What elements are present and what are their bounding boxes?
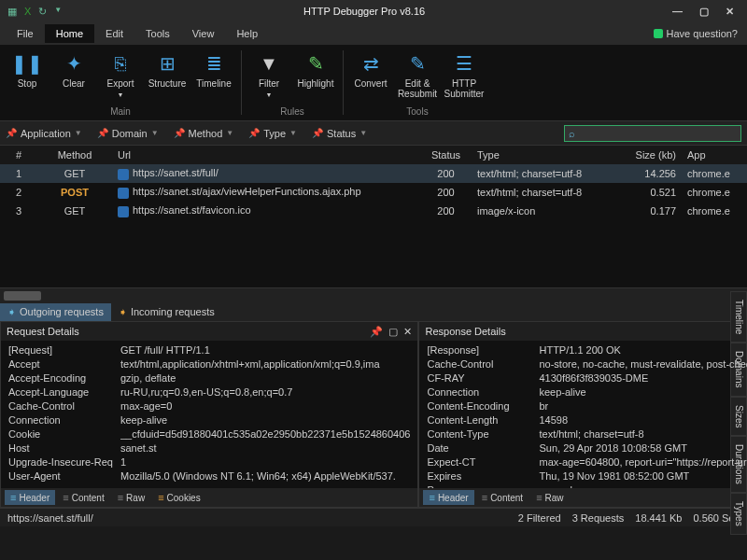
filter-application[interactable]: 📌Application▼ [6,128,82,139]
arrow-icon: ➧ [7,306,16,318]
header-row[interactable]: ExpiresThu, 19 Nov 1981 08:52:00 GMT [427,470,747,484]
subtab-raw[interactable]: ≡Raw [112,490,150,505]
edit-resubmit-button[interactable]: ✎Edit & Resubmit [396,49,439,101]
pane-title: Request Details [7,326,370,337]
grid-row[interactable]: 3GEThttps://sanet.st/favicon.ico200image… [0,202,747,220]
subtab-header[interactable]: ≡Header [423,490,473,505]
menu-tools[interactable]: Tools [134,24,181,43]
header-row[interactable]: Content-Typetext/html; charset=utf-8 [427,428,747,442]
ribbon-group-tools: ⇄Convert✎Edit & Resubmit☰HTTP Submitter … [344,45,491,120]
header-row[interactable]: [Response]HTTP/1.1 200 OK [427,344,747,358]
stop-button[interactable]: ❚❚Stop [6,49,49,91]
http-submitter-button[interactable]: ☰HTTP Submitter [443,49,486,101]
close-pane-icon[interactable]: ✕ [403,326,412,338]
header-row[interactable]: User-AgentMozilla/5.0 (Windows NT 6.1; W… [8,470,410,484]
titlebar: ▦ X ↻ ▼ HTTP Debugger Pro v8.16 — ▢ ✕ [0,0,747,22]
header-row[interactable]: Connectionkeep-alive [8,414,410,428]
structure-button[interactable]: ⊞Structure [146,49,189,91]
highlight-button[interactable]: ✎Highlight [294,49,337,91]
tab-incoming[interactable]: ➧Incoming requests [111,303,222,321]
tab-outgoing[interactable]: ➧Outgoing requests [0,303,111,321]
subtab-cookies[interactable]: ≡Cookies [152,490,206,505]
menubar: FileHomeEditToolsViewHelp Have question? [0,22,747,45]
menu-edit[interactable]: Edit [94,24,134,43]
menu-help[interactable]: Help [225,24,269,43]
qat-dropdown-icon[interactable]: ▼ [54,6,62,18]
filter-method[interactable]: 📌Method▼ [174,128,234,139]
filter-type[interactable]: 📌Type▼ [248,128,297,139]
clear-button[interactable]: ✦Clear [52,49,95,91]
subtab-raw[interactable]: ≡Raw [530,490,569,505]
header-row[interactable]: DateSun, 29 Apr 2018 10:08:58 GMT [427,442,747,456]
response-details-pane: Response Details📌▢✕ [Response]HTTP/1.1 2… [418,321,747,508]
menu-file[interactable]: File [6,24,45,43]
close-icon[interactable]: ✕ [726,6,734,18]
header-row[interactable]: Cookie__cfduid=d5d91880401c535a02e2950bb… [8,428,410,442]
timeline-button[interactable]: ≣Timeline [192,49,235,91]
qat-icon[interactable]: ↻ [38,6,47,18]
search-icon: ⌕ [569,128,575,139]
header-row[interactable]: Pragmano-cache [427,484,747,488]
pane-title: Response Details [425,326,747,337]
filter-status[interactable]: 📌Status▼ [312,128,367,139]
pin-icon[interactable]: 📌 [370,326,383,338]
filter-button[interactable]: ▼Filter▼ [247,49,290,101]
side-tab-types[interactable]: Types [730,493,747,535]
header-row[interactable]: [Request]GET /full/ HTTP/1.1 [8,344,410,358]
header-row[interactable]: Expect-CTmax-age=604800, report-uri="htt… [427,456,747,470]
horizontal-scrollbar[interactable] [0,287,747,302]
grid-row[interactable]: 2POSThttps://sanet.st/ajax/viewHelperFun… [0,183,747,202]
maximize-icon[interactable]: ▢ [699,6,709,18]
grid-row[interactable]: 1GEThttps://sanet.st/full/200text/html; … [0,164,747,183]
convert-button[interactable]: ⇄Convert [349,49,392,91]
direction-tabs: ➧Outgoing requests ➧Incoming requests [0,302,747,321]
export-button[interactable]: ⎘Export▼ [99,49,142,101]
header-row[interactable]: CF-RAY4130f86f3f839035-DME [427,372,747,386]
status-bar: https://sanet.st/full/ 2 Filtered 3 Requ… [0,508,747,526]
have-question-link[interactable]: Have question? [654,28,738,39]
subtab-content[interactable]: ≡Content [476,490,529,505]
menu-view[interactable]: View [181,24,226,43]
ribbon-group-main: ❚❚Stop✦Clear⎘Export▼⊞Structure≣Timeline … [0,45,241,120]
ribbon: ❚❚Stop✦Clear⎘Export▼⊞Structure≣Timeline … [0,45,747,121]
header-row[interactable]: Accept-Languageru-RU,ru;q=0.9,en-US;q=0.… [8,386,410,400]
menu-home[interactable]: Home [45,24,94,43]
header-row[interactable]: Cache-Controlno-store, no-cache, must-re… [427,358,747,372]
qat-icon[interactable]: ▦ [7,6,17,18]
app-title: HTTP Debugger Pro v8.16 [69,6,659,17]
header-row[interactable]: Cache-Controlmax-age=0 [8,400,410,414]
header-row[interactable]: Accept-Encodinggzip, deflate [8,372,410,386]
header-row[interactable]: Accepttext/html,application/xhtml+xml,ap… [8,358,410,372]
header-row[interactable]: Content-Encodingbr [427,400,747,414]
chat-icon [654,29,663,38]
minimize-icon[interactable]: — [672,6,683,18]
status-filtered: 2 Filtered [518,512,561,524]
request-grid: # Method Url Status Type Size (kb) App 1… [0,146,747,287]
subtab-header[interactable]: ≡Header [5,490,55,505]
arrow-icon: ➧ [119,306,127,318]
quick-access: ▦ X ↻ ▼ [0,6,69,18]
filter-bar: 📌Application▼📌Domain▼📌Method▼📌Type▼📌Stat… [0,121,747,146]
header-row[interactable]: Upgrade-Insecure-Req1 [8,456,410,470]
restore-icon[interactable]: ▢ [388,326,398,338]
header-row[interactable]: Connectionkeep-alive [427,386,747,400]
status-url: https://sanet.st/full/ [7,512,507,524]
status-requests: 3 Requests [572,512,625,524]
header-row[interactable]: Content-Length14598 [427,414,747,428]
filter-domain[interactable]: 📌Domain▼ [97,128,159,139]
search-input[interactable]: ⌕ [564,125,741,142]
subtab-content[interactable]: ≡Content [57,490,109,505]
side-tab-timeline[interactable]: Timeline [730,291,747,343]
qat-icon[interactable]: X [24,6,31,18]
status-size: 18.441 Kb [635,512,682,524]
header-row[interactable]: Hostsanet.st [8,442,410,456]
ribbon-group-rules: ▼Filter▼✎Highlight Rules [242,45,343,120]
grid-header: # Method Url Status Type Size (kb) App [0,146,747,164]
request-details-pane: Request Details📌▢✕ [Request]GET /full/ H… [0,321,418,508]
